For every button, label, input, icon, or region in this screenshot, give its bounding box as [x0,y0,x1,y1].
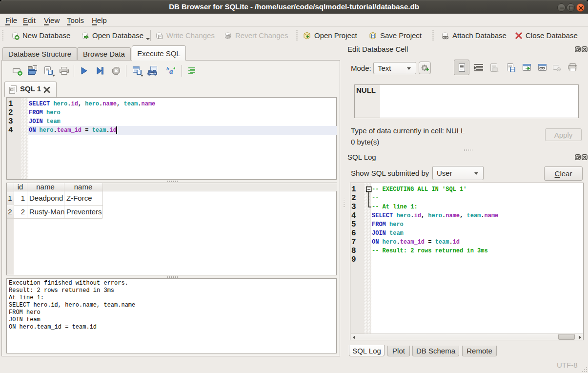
svg-text:a: a [169,67,173,75]
